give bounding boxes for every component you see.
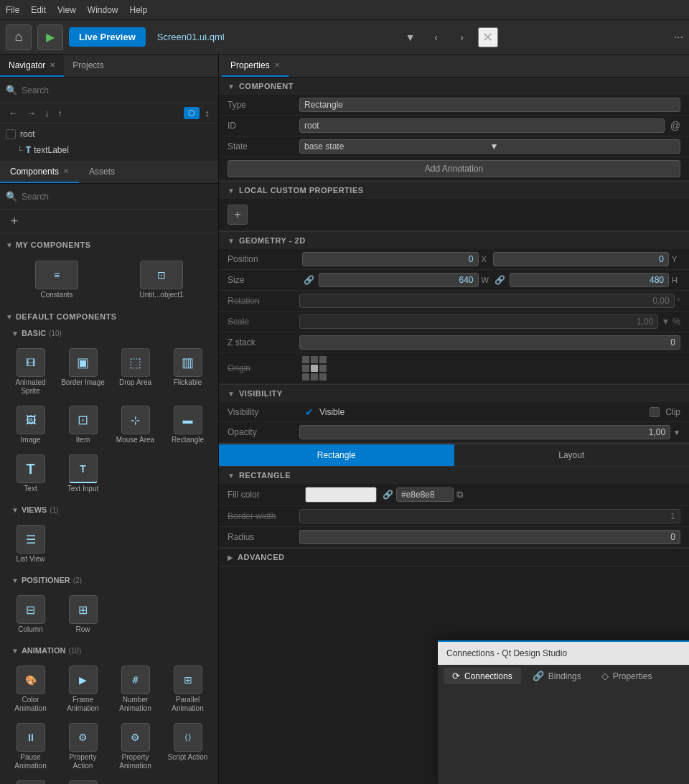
clip-checkbox[interactable] [650, 407, 660, 417]
tab-rectangle[interactable]: Rectangle [219, 444, 454, 466]
comp-flickable[interactable]: ▥ Flickable [163, 344, 212, 398]
comp-property-animation[interactable]: ⚙ Property Animation [111, 719, 160, 773]
opacity-input[interactable] [299, 425, 670, 439]
comp-border-image[interactable]: ▣ Border Image [58, 344, 108, 398]
fill-color-swatch[interactable] [305, 487, 377, 503]
comp-property-action[interactable]: ⚙ Property Action [58, 719, 108, 773]
comp-drop-area[interactable]: ⬚ Drop Area [111, 344, 160, 398]
more-button[interactable]: ··· [674, 31, 683, 44]
tab-assets[interactable]: Assets [79, 161, 125, 183]
tab-bindings[interactable]: 🔗 Bindings [524, 668, 590, 684]
geometry-section-header[interactable]: ▼ GEOMETRY - 2D [219, 232, 689, 249]
nav-forward-button[interactable]: → [24, 106, 39, 120]
comp-number-animation[interactable]: # Number Animation [111, 661, 160, 716]
menu-file[interactable]: File [6, 5, 19, 15]
rotation-input[interactable] [299, 294, 675, 308]
home-button[interactable]: ⌂ [6, 24, 32, 50]
close-screen-button[interactable]: ✕ [478, 27, 498, 47]
menu-edit[interactable]: Edit [31, 5, 46, 15]
position-y-input[interactable] [493, 252, 670, 266]
comp-list-view[interactable]: ☰ List View [6, 521, 55, 566]
right-panel: Properties ✕ ▼ COMPONENT Type [219, 55, 689, 784]
fill-link-icon[interactable]: 🔗 [383, 490, 393, 500]
comp-frame-animation[interactable]: ▶ Frame Animation [58, 661, 108, 716]
play-button[interactable]: ▶ [37, 24, 63, 50]
positioner-section-header[interactable]: ▼ POSITIONER (2) [0, 572, 218, 588]
tab-properties[interactable]: Properties ✕ [222, 55, 289, 77]
add-component-button[interactable]: + [6, 213, 23, 230]
comp-text-input[interactable]: T Text Input [58, 450, 108, 496]
tab-layout[interactable]: Layout [454, 444, 690, 466]
type-input[interactable] [299, 98, 680, 112]
comp-row[interactable]: ⊞ Row [58, 591, 108, 637]
my-comp-constants[interactable]: ≡ Constants [6, 256, 108, 302]
zstack-input[interactable] [299, 335, 680, 350]
my-comp-object1[interactable]: ⊡ Untit...object1 [111, 256, 212, 302]
screen-dropdown-button[interactable]: ▼ [400, 27, 421, 47]
fill-hex-input[interactable] [396, 487, 454, 502]
tab-components[interactable]: Components ✕ [0, 161, 79, 183]
comp-pause-animation[interactable]: ⏸ Pause Animation [6, 719, 55, 773]
size-link-button[interactable]: 🔗 [302, 275, 316, 285]
local-add-button[interactable]: + [228, 205, 248, 225]
menu-help[interactable]: Help [130, 5, 148, 15]
properties-tab-close[interactable]: ✕ [274, 61, 280, 69]
comp-mouse-area[interactable]: ⊹ Mouse Area [111, 401, 160, 447]
id-input[interactable] [299, 118, 665, 133]
comp-text[interactable]: T Text [6, 450, 55, 496]
comp-parallel-animation[interactable]: ⊞ Parallel Animation [163, 661, 212, 716]
comp-image[interactable]: 🖼 Image [6, 401, 55, 447]
comp-animated-sprite[interactable]: 🎞 Animated Sprite [6, 344, 55, 398]
my-components-header[interactable]: ▼ MY COMPONENTS [0, 236, 218, 253]
live-preview-button[interactable]: Live Preview [69, 27, 146, 47]
size-h-input[interactable] [510, 273, 670, 287]
menu-view[interactable]: View [57, 5, 76, 15]
menu-window[interactable]: Window [88, 5, 118, 15]
root-checkbox[interactable] [6, 129, 16, 139]
next-screen-button[interactable]: › [452, 27, 472, 47]
tab-navigator[interactable]: Navigator ✕ [0, 55, 64, 77]
fill-copy-icon[interactable]: ⧉ [456, 489, 463, 500]
scale-input[interactable] [299, 314, 658, 329]
nav-up-button[interactable]: ↑ [55, 106, 66, 120]
component-section-header[interactable]: ▼ COMPONENT [219, 78, 689, 95]
rectangle-section-header[interactable]: ▼ RECTANGLE [219, 467, 689, 484]
state-dropdown[interactable]: base state ▼ [299, 139, 680, 154]
comp-rectangle[interactable]: ▬ Rectangle [163, 401, 212, 447]
tab-connections[interactable]: ⟳ Connections [444, 668, 521, 684]
prev-screen-button[interactable]: ‹ [426, 27, 446, 47]
radius-input[interactable] [299, 530, 680, 544]
advanced-section-header[interactable]: ▶ ADVANCED [219, 549, 689, 566]
comp-item[interactable]: ⊡ Item [58, 401, 108, 447]
components-search-input[interactable] [22, 192, 212, 202]
comp-tab-close[interactable]: ✕ [63, 167, 69, 175]
size-w-input[interactable] [319, 273, 479, 287]
tree-item-root[interactable]: root [0, 126, 218, 142]
nav-sort-button[interactable]: ↕ [202, 106, 213, 120]
local-custom-section-header[interactable]: ▼ LOCAL CUSTOM PROPERTIES [219, 182, 689, 199]
animation-section-header[interactable]: ▼ ANIMATION (10) [0, 643, 218, 658]
comp-sequential-animation[interactable]: ▶▶ Sequential Animation [6, 776, 55, 784]
size-link-button-2[interactable]: 🔗 [493, 275, 507, 285]
comp-column[interactable]: ⊟ Column [6, 591, 55, 637]
comp-script-action[interactable]: ⟨⟩ Script Action [163, 719, 212, 773]
tab-projects[interactable]: Projects [64, 55, 112, 77]
comp-timer[interactable]: ⏱ Timer [58, 776, 108, 784]
tab-conn-properties[interactable]: ◇ Properties [593, 668, 661, 684]
basic-section-header[interactable]: ▼ BASIC (10) [0, 325, 218, 341]
nav-back-button[interactable]: ← [6, 106, 21, 120]
border-width-input[interactable] [299, 509, 680, 523]
add-annotation-button[interactable]: Add Annotation [228, 160, 680, 177]
tree-item-textlabel[interactable]: └ T textLabel [0, 142, 218, 158]
comp-color-animation[interactable]: 🎨 Color Animation [6, 661, 55, 716]
nav-down-button[interactable]: ↓ [42, 106, 52, 120]
navigator-search-input[interactable] [22, 85, 212, 95]
visibility-section-header[interactable]: ▼ VISIBILITY [219, 385, 689, 402]
views-section-header[interactable]: ▼ VIEWS (1) [0, 502, 218, 518]
navigator-tab-close[interactable]: ✕ [50, 61, 55, 69]
origin-grid[interactable] [302, 356, 327, 381]
position-label: Position [228, 254, 299, 264]
position-x-input[interactable] [302, 252, 479, 266]
default-components-header[interactable]: ▼ DEFAULT COMPONENTS [0, 308, 218, 325]
nav-filter-button[interactable]: ⬡ [184, 107, 200, 119]
